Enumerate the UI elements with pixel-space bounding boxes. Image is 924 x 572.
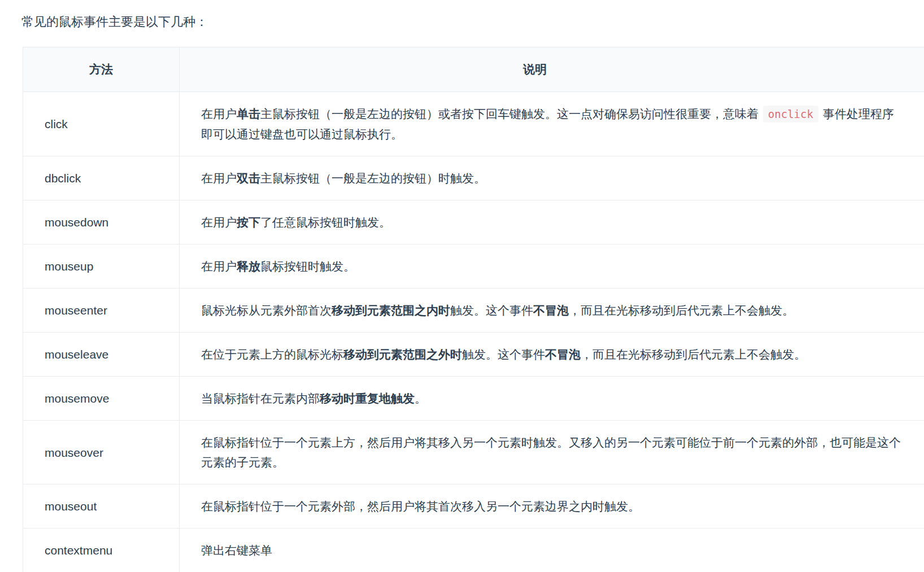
method-cell: mouseover [23,421,180,484]
description-cell: 弹出右键菜单 [180,529,924,572]
method-cell: mousedown [23,200,180,244]
method-cell: dbclick [23,156,180,200]
bold-text: 按下 [237,216,260,229]
description-text: 在用户 [201,260,237,273]
bold-text: 移动时重复地触发 [320,392,415,405]
table-row: mousemove当鼠标指针在元素内部移动时重复地触发。 [23,377,924,421]
table-row: mouseup在用户释放鼠标按钮时触发。 [23,244,924,289]
description-text: 在位于元素上方的鼠标光标 [201,348,343,361]
description-text: 主鼠标按钮（一般是左边的按钮）时触发。 [260,172,486,185]
description-cell: 在用户单击主鼠标按钮（一般是左边的按钮）或者按下回车键触发。这一点对确保易访问性… [180,92,924,156]
description-text: 鼠标光标从元素外部首次 [201,304,332,317]
table-row: mousedown在用户按下了任意鼠标按钮时触发。 [23,200,924,244]
column-header-description: 说明 [180,47,924,92]
description-text: 了任意鼠标按钮时触发。 [260,216,391,229]
table-row: dbclick在用户双击主鼠标按钮（一般是左边的按钮）时触发。 [23,156,924,200]
method-cell: mouseout [23,484,180,529]
description-text: 触发。这个事件 [450,304,533,317]
table-row: mouseover在鼠标指针位于一个元素上方，然后用户将其移入另一个元素时触发。… [23,421,924,484]
description-cell: 鼠标光标从元素外部首次移动到元素范围之内时触发。这个事件不冒泡，而且在光标移动到… [180,289,924,333]
table-row: mouseenter鼠标光标从元素外部首次移动到元素范围之内时触发。这个事件不冒… [23,289,924,333]
description-cell: 在鼠标指针位于一个元素外部，然后用户将其首次移入另一个元素边界之内时触发。 [180,484,924,529]
description-text: 弹出右键菜单 [201,544,272,557]
table-header-row: 方法 说明 [23,47,924,92]
description-text: 。 [415,392,426,405]
method-cell: click [23,92,180,156]
description-text: 在用户 [201,107,237,120]
method-cell: mouseup [23,244,180,289]
description-text: 在用户 [201,216,237,229]
description-cell: 当鼠标指针在元素内部移动时重复地触发。 [180,377,924,421]
bold-text: 不冒泡 [545,348,581,361]
description-text: 触发。这个事件 [462,348,545,361]
intro-text: 常见的鼠标事件主要是以下几种： [21,14,924,30]
bold-text: 移动到元素范围之内时 [332,304,450,317]
description-text: 在用户 [201,172,237,185]
table-row: click在用户单击主鼠标按钮（一般是左边的按钮）或者按下回车键触发。这一点对确… [23,92,924,156]
table-row: mouseout在鼠标指针位于一个元素外部，然后用户将其首次移入另一个元素边界之… [23,484,924,529]
mouse-events-table: 方法 说明 click在用户单击主鼠标按钮（一般是左边的按钮）或者按下回车键触发… [23,47,924,572]
bold-text: 移动到元素范围之外时 [343,348,462,361]
method-cell: mousemove [23,377,180,421]
description-cell: 在位于元素上方的鼠标光标移动到元素范围之外时触发。这个事件不冒泡，而且在光标移动… [180,333,924,377]
method-cell: mouseleave [23,333,180,377]
description-cell: 在鼠标指针位于一个元素上方，然后用户将其移入另一个元素时触发。又移入的另一个元素… [180,421,924,484]
inline-code: onclick [763,106,818,123]
description-cell: 在用户按下了任意鼠标按钮时触发。 [180,200,924,244]
bold-text: 单击 [237,107,260,120]
description-text: ，而且在光标移动到后代元素上不会触发。 [581,348,806,361]
table-body: click在用户单击主鼠标按钮（一般是左边的按钮）或者按下回车键触发。这一点对确… [23,92,924,572]
bold-text: 释放 [237,260,260,273]
description-cell: 在用户双击主鼠标按钮（一般是左边的按钮）时触发。 [180,156,924,200]
description-text: 当鼠标指针在元素内部 [201,392,320,405]
description-text: 鼠标按钮时触发。 [260,260,355,273]
column-header-method: 方法 [23,47,180,92]
description-text: ，而且在光标移动到后代元素上不会触发。 [569,304,794,317]
table-row: mouseleave在位于元素上方的鼠标光标移动到元素范围之外时触发。这个事件不… [23,333,924,377]
description-text: 主鼠标按钮（一般是左边的按钮）或者按下回车键触发。这一点对确保易访问性很重要，意… [260,107,762,120]
description-text: 在鼠标指针位于一个元素外部，然后用户将其首次移入另一个元素边界之内时触发。 [201,500,640,513]
description-cell: 在用户释放鼠标按钮时触发。 [180,244,924,289]
bold-text: 不冒泡 [533,304,569,317]
method-cell: mouseenter [23,289,180,333]
bold-text: 双击 [237,172,260,185]
table-row: contextmenu弹出右键菜单 [23,529,924,572]
method-cell: contextmenu [23,529,180,572]
description-text: 在鼠标指针位于一个元素上方，然后用户将其移入另一个元素时触发。又移入的另一个元素… [201,436,901,469]
